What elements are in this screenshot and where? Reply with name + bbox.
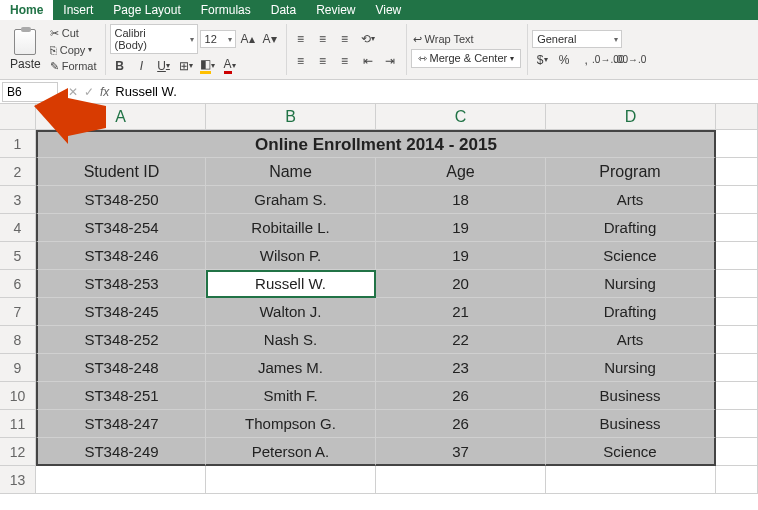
cell[interactable]: ST348-253 — [36, 270, 206, 298]
column-header[interactable]: B — [206, 104, 376, 130]
cell[interactable]: ST348-245 — [36, 298, 206, 326]
tab-formulas[interactable]: Formulas — [191, 0, 261, 20]
cell[interactable]: Nursing — [546, 270, 716, 298]
worksheet[interactable]: ABCD1Online Enrollment 2014 - 20152Stude… — [0, 104, 758, 494]
cell[interactable]: 19 — [376, 242, 546, 270]
cell[interactable] — [716, 326, 758, 354]
cell[interactable]: Drafting — [546, 214, 716, 242]
cell[interactable] — [716, 270, 758, 298]
cell[interactable]: Peterson A. — [206, 438, 376, 466]
cell[interactable]: ST348-254 — [36, 214, 206, 242]
cell[interactable] — [716, 466, 758, 494]
row-header[interactable]: 1 — [0, 130, 36, 158]
font-color-button[interactable]: A▾ — [220, 56, 240, 76]
row-header[interactable]: 8 — [0, 326, 36, 354]
cell[interactable] — [36, 466, 206, 494]
border-button[interactable]: ⊞▾ — [176, 56, 196, 76]
cell[interactable] — [716, 438, 758, 466]
enter-icon[interactable]: ✓ — [84, 85, 94, 99]
cut-button[interactable]: ✂Cut — [48, 26, 99, 41]
cell[interactable]: ST348-246 — [36, 242, 206, 270]
cell[interactable]: Arts — [546, 186, 716, 214]
cell[interactable]: Wilson P. — [206, 242, 376, 270]
decrease-decimal-button[interactable]: .00→.0 — [620, 50, 640, 70]
cell[interactable]: Name — [206, 158, 376, 186]
cell[interactable]: 20 — [376, 270, 546, 298]
cell[interactable] — [206, 466, 376, 494]
cell[interactable] — [716, 186, 758, 214]
cell[interactable]: Nursing — [546, 354, 716, 382]
cell[interactable]: 37 — [376, 438, 546, 466]
row-header[interactable]: 10 — [0, 382, 36, 410]
cell[interactable]: 18 — [376, 186, 546, 214]
tab-insert[interactable]: Insert — [53, 0, 103, 20]
column-header[interactable] — [716, 104, 758, 130]
cell[interactable] — [716, 214, 758, 242]
orientation-button[interactable]: ⟲▾ — [358, 29, 378, 49]
row-header[interactable]: 9 — [0, 354, 36, 382]
underline-button[interactable]: U▾ — [154, 56, 174, 76]
cell[interactable]: Business — [546, 410, 716, 438]
percent-button[interactable]: % — [554, 50, 574, 70]
cell[interactable] — [716, 242, 758, 270]
fill-color-button[interactable]: ◧▾ — [198, 56, 218, 76]
merged-title-cell[interactable]: Online Enrollment 2014 - 2015 — [36, 130, 716, 158]
cell[interactable]: Thompson G. — [206, 410, 376, 438]
row-header[interactable]: 4 — [0, 214, 36, 242]
paste-button[interactable]: Paste — [6, 27, 45, 73]
row-header[interactable]: 12 — [0, 438, 36, 466]
cell[interactable]: ST348-247 — [36, 410, 206, 438]
cell[interactable]: 26 — [376, 382, 546, 410]
cell[interactable]: ST348-252 — [36, 326, 206, 354]
merge-center-button[interactable]: ⇿Merge & Center▾ — [411, 49, 522, 68]
row-header[interactable]: 2 — [0, 158, 36, 186]
align-middle-button[interactable]: ≡ — [313, 29, 333, 49]
decrease-indent-button[interactable]: ⇤ — [358, 51, 378, 71]
cell[interactable]: Drafting — [546, 298, 716, 326]
row-header[interactable]: 13 — [0, 466, 36, 494]
tab-page-layout[interactable]: Page Layout — [103, 0, 190, 20]
font-family-select[interactable]: Calibri (Body)▾ — [110, 24, 198, 54]
cell[interactable]: Graham S. — [206, 186, 376, 214]
fx-icon[interactable]: fx — [100, 85, 109, 99]
italic-button[interactable]: I — [132, 56, 152, 76]
cell[interactable]: Russell W. — [206, 270, 376, 298]
cell[interactable]: 19 — [376, 214, 546, 242]
tab-data[interactable]: Data — [261, 0, 306, 20]
align-top-button[interactable]: ≡ — [291, 29, 311, 49]
formula-input[interactable] — [115, 84, 758, 99]
tab-review[interactable]: Review — [306, 0, 365, 20]
cell[interactable]: Smith F. — [206, 382, 376, 410]
align-center-button[interactable]: ≡ — [313, 51, 333, 71]
cell[interactable] — [376, 466, 546, 494]
cell[interactable]: Science — [546, 438, 716, 466]
format-painter-button[interactable]: ✎Format — [48, 59, 99, 74]
cell[interactable]: ST348-249 — [36, 438, 206, 466]
cell[interactable]: Student ID — [36, 158, 206, 186]
cell[interactable] — [716, 158, 758, 186]
row-header[interactable]: 3 — [0, 186, 36, 214]
cell[interactable] — [716, 298, 758, 326]
cell[interactable]: 23 — [376, 354, 546, 382]
number-format-select[interactable]: General▾ — [532, 30, 622, 48]
cell[interactable]: Science — [546, 242, 716, 270]
increase-font-button[interactable]: A▴ — [238, 29, 258, 49]
column-header[interactable]: C — [376, 104, 546, 130]
align-bottom-button[interactable]: ≡ — [335, 29, 355, 49]
bold-button[interactable]: B — [110, 56, 130, 76]
cell[interactable]: 22 — [376, 326, 546, 354]
column-header[interactable]: D — [546, 104, 716, 130]
cell[interactable] — [546, 466, 716, 494]
row-header[interactable]: 7 — [0, 298, 36, 326]
row-header[interactable]: 11 — [0, 410, 36, 438]
cancel-icon[interactable]: ✕ — [68, 85, 78, 99]
cell[interactable]: ST348-248 — [36, 354, 206, 382]
align-left-button[interactable]: ≡ — [291, 51, 311, 71]
cell[interactable] — [716, 130, 758, 158]
cell[interactable]: 26 — [376, 410, 546, 438]
column-header[interactable]: A — [36, 104, 206, 130]
cell[interactable] — [716, 382, 758, 410]
cell[interactable]: Walton J. — [206, 298, 376, 326]
decrease-font-button[interactable]: A▾ — [260, 29, 280, 49]
name-box[interactable] — [2, 82, 58, 102]
